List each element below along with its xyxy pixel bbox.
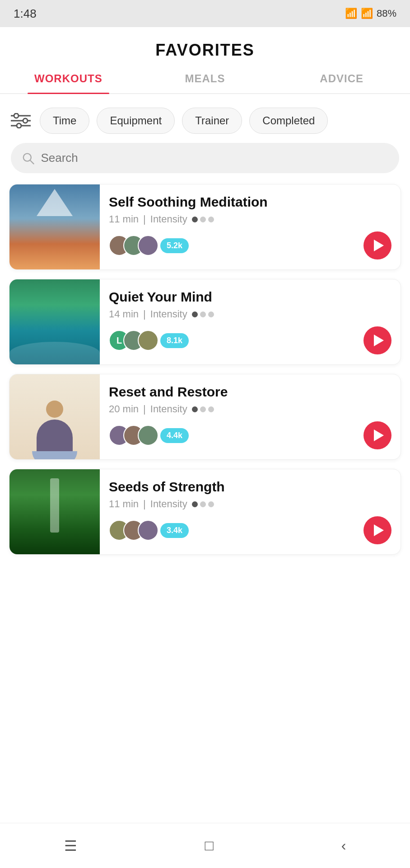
dot-filled <box>192 311 198 317</box>
avatar-group <box>109 520 152 541</box>
intensity-dots <box>192 501 214 507</box>
count-badge: 5.2k <box>160 238 189 253</box>
nav-back-icon[interactable]: ‹ <box>341 837 346 854</box>
workout-card-quiet-mind: Quiet Your Mind 14 min | Intensity <box>9 279 401 365</box>
participants: 3.4k <box>109 520 189 541</box>
wifi-icon: 📶 <box>361 8 373 19</box>
play-button[interactable] <box>363 326 391 354</box>
avatar-group <box>109 235 152 256</box>
workout-meta: 11 min | Intensity <box>109 213 391 225</box>
dot-empty <box>208 217 214 222</box>
nav-home-icon[interactable]: □ <box>205 837 214 854</box>
workout-card-seeds-strength: Seeds of Strength 11 min | Intensity <box>9 469 401 555</box>
avatar-group: L <box>109 330 152 351</box>
bluetooth-icon: 📶 <box>345 8 357 19</box>
dot-empty <box>200 311 206 317</box>
search-input[interactable] <box>41 151 388 165</box>
workout-footer: 5.2k <box>109 231 391 259</box>
dot-empty <box>200 406 206 412</box>
page-title: FAVORITES <box>0 27 410 64</box>
workout-title: Seeds of Strength <box>109 479 391 495</box>
nav-menu-icon[interactable]: ☰ <box>64 837 77 854</box>
intensity-dots <box>192 311 214 317</box>
avatar <box>138 520 158 541</box>
workout-title: Self Soothing Meditation <box>109 194 391 210</box>
workout-info: Seeds of Strength 11 min | Intensity <box>100 469 401 554</box>
person-head <box>46 401 63 418</box>
tab-workouts[interactable]: WORKOUTS <box>0 64 137 93</box>
workout-footer: L 8.1k <box>109 326 391 354</box>
avatar <box>138 330 158 351</box>
thumbnail-waterfall <box>9 469 100 554</box>
workout-info: Reset and Restore 20 min | Intensity <box>100 374 401 459</box>
avatar <box>138 425 158 446</box>
count-badge: 8.1k <box>160 333 189 348</box>
tabs-container: WORKOUTS MEALS ADVICE <box>0 64 410 94</box>
filter-chip-completed[interactable]: Completed <box>249 108 328 134</box>
status-time: 1:48 <box>14 7 37 21</box>
dot-filled <box>192 406 198 412</box>
workout-meta: 11 min | Intensity <box>109 498 391 510</box>
person-body <box>37 420 73 451</box>
play-button[interactable] <box>363 516 391 544</box>
workout-title: Reset and Restore <box>109 384 391 400</box>
tab-meals[interactable]: MEALS <box>137 64 274 93</box>
participants: L 8.1k <box>109 330 189 351</box>
workout-title: Quiet Your Mind <box>109 289 391 305</box>
status-icons: 📶 📶 88% <box>345 8 396 19</box>
svg-point-5 <box>17 123 21 128</box>
play-button[interactable] <box>363 231 391 259</box>
search-container[interactable] <box>11 143 399 173</box>
person-legs <box>32 451 77 459</box>
workout-card-self-soothing: Self Soothing Meditation 11 min | Intens… <box>9 184 401 270</box>
filter-chip-equipment[interactable]: Equipment <box>97 108 175 134</box>
person-shape <box>32 401 77 459</box>
participants: 5.2k <box>109 235 189 256</box>
workout-info: Self Soothing Meditation 11 min | Intens… <box>100 184 401 269</box>
svg-point-4 <box>23 118 28 123</box>
intensity-dots <box>192 217 214 222</box>
search-icon <box>22 151 34 165</box>
workout-info: Quiet Your Mind 14 min | Intensity <box>100 279 401 364</box>
dot-empty <box>200 501 206 507</box>
avatar <box>138 235 158 256</box>
filter-chip-time[interactable]: Time <box>40 108 89 134</box>
workout-meta: 20 min | Intensity <box>109 403 391 415</box>
count-badge: 4.4k <box>160 428 189 443</box>
workout-footer: 3.4k <box>109 516 391 544</box>
play-button[interactable] <box>363 421 391 449</box>
thumbnail-mountain <box>9 184 100 269</box>
main-content: FAVORITES WORKOUTS MEALS ADVICE Time <box>0 27 410 868</box>
dot-filled <box>192 501 198 507</box>
filter-chip-trainer[interactable]: Trainer <box>182 108 242 134</box>
participants: 4.4k <box>109 425 189 446</box>
dot-empty <box>208 406 214 412</box>
bottom-nav: ☰ □ ‹ <box>0 823 410 868</box>
dot-empty <box>208 311 214 317</box>
workout-list: Self Soothing Meditation 11 min | Intens… <box>0 184 410 573</box>
dot-empty <box>200 217 206 222</box>
status-bar: 1:48 📶 📶 88% <box>0 0 410 27</box>
workout-card-reset-restore: Reset and Restore 20 min | Intensity <box>9 374 401 460</box>
thumbnail-person <box>9 374 100 459</box>
filter-row: Time Equipment Trainer Completed <box>0 103 410 143</box>
battery-text: 88% <box>377 8 396 19</box>
svg-point-3 <box>14 113 19 118</box>
workout-footer: 4.4k <box>109 421 391 449</box>
dot-empty <box>208 501 214 507</box>
workout-meta: 14 min | Intensity <box>109 308 391 320</box>
intensity-dots <box>192 406 214 412</box>
tab-advice[interactable]: ADVICE <box>273 64 410 93</box>
avatar-group <box>109 425 152 446</box>
svg-line-7 <box>30 160 34 164</box>
count-badge: 3.4k <box>160 523 189 538</box>
filter-icon[interactable] <box>9 109 33 132</box>
dot-filled <box>192 217 198 222</box>
thumbnail-ocean <box>9 279 100 364</box>
